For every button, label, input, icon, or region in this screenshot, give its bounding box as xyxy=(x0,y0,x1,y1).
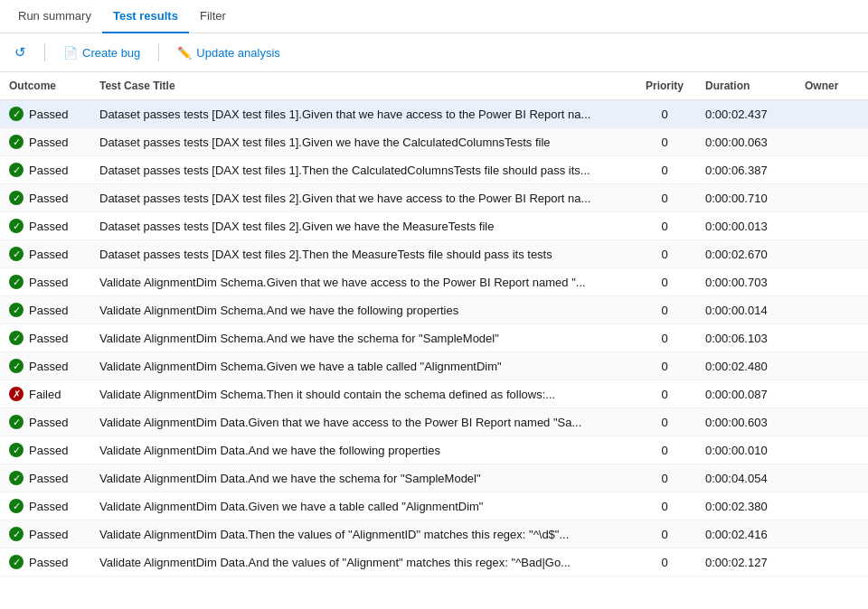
duration-cell: 0:00:06.387 xyxy=(696,156,796,184)
outcome-label: Passed xyxy=(29,304,68,317)
table-row[interactable]: ✓PassedDataset passes tests [DAX test fi… xyxy=(0,128,868,156)
test-case-title: Validate AlignmentDim Data.And the value… xyxy=(90,548,633,576)
table-row[interactable]: ✓PassedValidate AlignmentDim Data.And we… xyxy=(0,436,868,464)
priority-cell: 0 xyxy=(633,408,696,436)
toolbar: ↺ 📄 Create bug ✏️ Update analysis xyxy=(0,33,868,72)
outcome-label: Passed xyxy=(29,192,68,205)
outcome-label: Passed xyxy=(29,472,68,485)
tab-filter[interactable]: Filter xyxy=(189,0,237,33)
outcome-cell: ✓Passed xyxy=(0,296,90,324)
col-header-outcome: Outcome xyxy=(0,72,90,100)
table-row[interactable]: ✓PassedDataset passes tests [DAX test fi… xyxy=(0,184,868,212)
priority-cell: 0 xyxy=(633,464,696,492)
outcome-cell: ✓Passed xyxy=(0,156,90,184)
owner-cell xyxy=(796,408,868,436)
col-header-owner: Owner xyxy=(796,72,868,100)
duration-cell: 0:00:02.670 xyxy=(696,240,796,268)
duration-cell: 0:00:00.603 xyxy=(696,408,796,436)
outcome-cell: ✓Passed xyxy=(0,492,90,520)
outcome-label: Passed xyxy=(29,220,68,233)
tab-test-results[interactable]: Test results xyxy=(102,0,189,33)
table-row[interactable]: ✓PassedDataset passes tests [DAX test fi… xyxy=(0,240,868,268)
outcome-label: Passed xyxy=(29,360,68,373)
outcome-cell: ✓Passed xyxy=(0,436,90,464)
refresh-button[interactable]: ↺ xyxy=(7,41,33,64)
passed-icon: ✓ xyxy=(9,471,24,485)
table-row[interactable]: ✓PassedValidate AlignmentDim Data.Then t… xyxy=(0,520,868,548)
col-header-duration: Duration xyxy=(696,72,796,100)
outcome-label: Passed xyxy=(29,136,68,149)
passed-icon: ✓ xyxy=(9,275,24,289)
table-row[interactable]: ✓PassedValidate AlignmentDim Schema.Give… xyxy=(0,268,868,296)
test-case-title: Validate AlignmentDim Schema.And we have… xyxy=(90,324,633,352)
test-case-title: Validate AlignmentDim Data.Given that we… xyxy=(90,408,633,436)
table-header-row: Outcome Test Case Title Priority Duratio… xyxy=(0,72,868,100)
outcome-cell: ✓Passed xyxy=(0,184,90,212)
table-row[interactable]: ✗FailedValidate AlignmentDim Schema.Then… xyxy=(0,380,868,408)
table-row[interactable]: ✓PassedDataset passes tests [DAX test fi… xyxy=(0,100,868,128)
outcome-label: Passed xyxy=(29,528,68,541)
owner-cell xyxy=(796,464,868,492)
test-case-title: Validate AlignmentDim Schema.Given that … xyxy=(90,268,633,296)
table-row[interactable]: ✓PassedValidate AlignmentDim Schema.And … xyxy=(0,296,868,324)
separator-2 xyxy=(158,43,159,61)
owner-cell xyxy=(796,492,868,520)
outcome-cell: ✓Passed xyxy=(0,268,90,296)
update-analysis-button[interactable]: ✏️ Update analysis xyxy=(170,42,288,63)
duration-cell: 0:00:00.087 xyxy=(696,380,796,408)
owner-cell xyxy=(796,520,868,548)
passed-icon: ✓ xyxy=(9,107,24,121)
priority-cell: 0 xyxy=(633,128,696,156)
top-tabs: Run summary Test results Filter xyxy=(0,0,868,33)
create-bug-button[interactable]: 📄 Create bug xyxy=(56,42,147,63)
duration-cell: 0:00:02.437 xyxy=(696,100,796,128)
create-bug-label: Create bug xyxy=(82,46,140,60)
table-row[interactable]: ✓PassedValidate AlignmentDim Data.Given … xyxy=(0,492,868,520)
outcome-cell: ✓Passed xyxy=(0,128,90,156)
priority-cell: 0 xyxy=(633,184,696,212)
table-row[interactable]: ✓PassedValidate AlignmentDim Schema.Give… xyxy=(0,352,868,380)
table-row[interactable]: ✓PassedValidate AlignmentDim Data.And we… xyxy=(0,464,868,492)
owner-cell xyxy=(796,352,868,380)
priority-cell: 0 xyxy=(633,100,696,128)
test-case-title: Dataset passes tests [DAX test files 1].… xyxy=(90,128,633,156)
update-analysis-label: Update analysis xyxy=(196,46,280,60)
test-case-title: Dataset passes tests [DAX test files 2].… xyxy=(90,212,633,240)
priority-cell: 0 xyxy=(633,492,696,520)
tab-run-summary[interactable]: Run summary xyxy=(7,0,102,33)
table-row[interactable]: ✓PassedDataset passes tests [DAX test fi… xyxy=(0,212,868,240)
outcome-cell: ✓Passed xyxy=(0,212,90,240)
outcome-cell: ✓Passed xyxy=(0,352,90,380)
outcome-cell: ✓Passed xyxy=(0,100,90,128)
test-case-title: Dataset passes tests [DAX test files 2].… xyxy=(90,184,633,212)
test-case-title: Dataset passes tests [DAX test files 1].… xyxy=(90,100,633,128)
duration-cell: 0:00:02.127 xyxy=(696,548,796,576)
passed-icon: ✓ xyxy=(9,191,24,205)
test-case-title: Validate AlignmentDim Schema.Then it sho… xyxy=(90,380,633,408)
passed-icon: ✓ xyxy=(9,163,24,177)
duration-cell: 0:00:02.416 xyxy=(696,520,796,548)
priority-cell: 0 xyxy=(633,296,696,324)
owner-cell xyxy=(796,100,868,128)
outcome-label: Passed xyxy=(29,276,68,289)
duration-cell: 0:00:00.063 xyxy=(696,128,796,156)
priority-cell: 0 xyxy=(633,520,696,548)
passed-icon: ✓ xyxy=(9,303,24,317)
passed-icon: ✓ xyxy=(9,527,24,541)
owner-cell xyxy=(796,380,868,408)
table-row[interactable]: ✓PassedValidate AlignmentDim Schema.And … xyxy=(0,324,868,352)
priority-cell: 0 xyxy=(633,436,696,464)
owner-cell xyxy=(796,128,868,156)
passed-icon: ✓ xyxy=(9,499,24,513)
outcome-cell: ✓Passed xyxy=(0,548,90,576)
table-row[interactable]: ✓PassedValidate AlignmentDim Data.Given … xyxy=(0,408,868,436)
table-row[interactable]: ✓PassedDataset passes tests [DAX test fi… xyxy=(0,156,868,184)
outcome-label: Passed xyxy=(29,332,68,345)
passed-icon: ✓ xyxy=(9,415,24,429)
table-row[interactable]: ✓PassedValidate AlignmentDim Data.And th… xyxy=(0,548,868,576)
passed-icon: ✓ xyxy=(9,443,24,457)
owner-cell xyxy=(796,240,868,268)
test-case-title: Validate AlignmentDim Data.And we have t… xyxy=(90,436,633,464)
owner-cell xyxy=(796,324,868,352)
outcome-cell: ✓Passed xyxy=(0,324,90,352)
